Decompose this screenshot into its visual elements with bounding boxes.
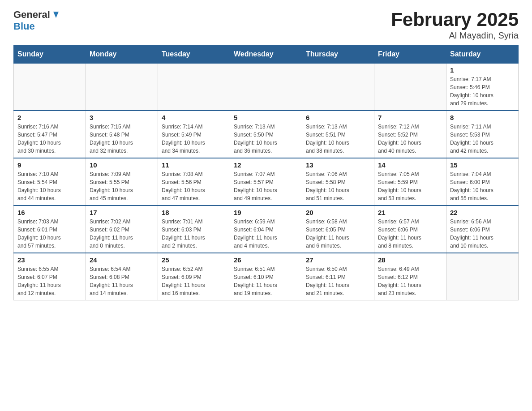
day-info: Sunrise: 7:17 AM Sunset: 5:46 PM Dayligh… — [450, 75, 515, 107]
calendar-week-5: 23Sunrise: 6:55 AM Sunset: 6:07 PM Dayli… — [14, 253, 519, 300]
day-info: Sunrise: 7:11 AM Sunset: 5:53 PM Dayligh… — [450, 123, 515, 155]
calendar-table: SundayMondayTuesdayWednesdayThursdayFrid… — [13, 45, 519, 300]
day-info: Sunrise: 7:06 AM Sunset: 5:58 PM Dayligh… — [306, 170, 370, 202]
svg-marker-0 — [53, 12, 59, 18]
day-info: Sunrise: 7:01 AM Sunset: 6:03 PM Dayligh… — [162, 218, 226, 250]
calendar-cell: 21Sunrise: 6:57 AM Sunset: 6:06 PM Dayli… — [374, 206, 446, 253]
day-number: 10 — [90, 161, 154, 169]
day-header-sunday: Sunday — [14, 46, 86, 64]
page-header: General Blue February 2025 Al Mayadin, S… — [13, 9, 519, 41]
day-info: Sunrise: 6:57 AM Sunset: 6:06 PM Dayligh… — [378, 218, 442, 250]
calendar-cell: 4Sunrise: 7:14 AM Sunset: 5:49 PM Daylig… — [158, 111, 230, 158]
day-number: 2 — [17, 114, 82, 121]
calendar-cell — [446, 253, 519, 300]
day-info: Sunrise: 7:12 AM Sunset: 5:52 PM Dayligh… — [378, 123, 442, 155]
calendar-cell: 2Sunrise: 7:16 AM Sunset: 5:47 PM Daylig… — [14, 111, 86, 158]
calendar-cell: 1Sunrise: 7:17 AM Sunset: 5:46 PM Daylig… — [446, 63, 519, 111]
logo-general-text: General — [13, 9, 50, 21]
day-number: 11 — [162, 161, 226, 169]
day-number: 3 — [90, 114, 154, 121]
calendar-cell: 13Sunrise: 7:06 AM Sunset: 5:58 PM Dayli… — [302, 158, 374, 206]
day-number: 7 — [378, 114, 442, 121]
day-number: 19 — [234, 209, 298, 216]
days-of-week-row: SundayMondayTuesdayWednesdayThursdayFrid… — [14, 46, 519, 64]
day-number: 25 — [162, 256, 226, 264]
calendar-cell: 6Sunrise: 7:13 AM Sunset: 5:51 PM Daylig… — [302, 111, 374, 158]
calendar-cell: 19Sunrise: 6:59 AM Sunset: 6:04 PM Dayli… — [230, 206, 302, 253]
day-header-monday: Monday — [86, 46, 158, 64]
day-number: 9 — [17, 161, 82, 169]
calendar-cell: 26Sunrise: 6:51 AM Sunset: 6:10 PM Dayli… — [230, 253, 302, 300]
day-info: Sunrise: 7:10 AM Sunset: 5:54 PM Dayligh… — [17, 170, 82, 202]
calendar-cell — [374, 63, 446, 111]
calendar-subtitle: Al Mayadin, Syria — [391, 30, 519, 41]
day-info: Sunrise: 6:54 AM Sunset: 6:08 PM Dayligh… — [90, 265, 154, 297]
day-number: 24 — [90, 256, 154, 264]
calendar-cell: 25Sunrise: 6:52 AM Sunset: 6:09 PM Dayli… — [158, 253, 230, 300]
calendar-cell — [302, 63, 374, 111]
day-number: 1 — [450, 66, 515, 74]
day-info: Sunrise: 6:55 AM Sunset: 6:07 PM Dayligh… — [17, 265, 82, 297]
calendar-week-2: 2Sunrise: 7:16 AM Sunset: 5:47 PM Daylig… — [14, 111, 519, 158]
day-info: Sunrise: 7:05 AM Sunset: 5:59 PM Dayligh… — [378, 170, 442, 202]
day-info: Sunrise: 7:07 AM Sunset: 5:57 PM Dayligh… — [234, 170, 298, 202]
day-info: Sunrise: 7:13 AM Sunset: 5:50 PM Dayligh… — [234, 123, 298, 155]
calendar-cell: 3Sunrise: 7:15 AM Sunset: 5:48 PM Daylig… — [86, 111, 158, 158]
day-number: 15 — [450, 161, 515, 169]
calendar-header: SundayMondayTuesdayWednesdayThursdayFrid… — [14, 46, 519, 64]
calendar-cell: 10Sunrise: 7:09 AM Sunset: 5:55 PM Dayli… — [86, 158, 158, 206]
calendar-week-1: 1Sunrise: 7:17 AM Sunset: 5:46 PM Daylig… — [14, 63, 519, 111]
calendar-cell: 16Sunrise: 7:03 AM Sunset: 6:01 PM Dayli… — [14, 206, 86, 253]
calendar-week-4: 16Sunrise: 7:03 AM Sunset: 6:01 PM Dayli… — [14, 206, 519, 253]
calendar-cell: 17Sunrise: 7:02 AM Sunset: 6:02 PM Dayli… — [86, 206, 158, 253]
day-info: Sunrise: 6:59 AM Sunset: 6:04 PM Dayligh… — [234, 218, 298, 250]
day-number: 5 — [234, 114, 298, 121]
calendar-cell — [14, 63, 86, 111]
calendar-cell: 7Sunrise: 7:12 AM Sunset: 5:52 PM Daylig… — [374, 111, 446, 158]
day-info: Sunrise: 7:08 AM Sunset: 5:56 PM Dayligh… — [162, 170, 226, 202]
day-header-tuesday: Tuesday — [158, 46, 230, 64]
day-info: Sunrise: 6:52 AM Sunset: 6:09 PM Dayligh… — [162, 265, 226, 297]
day-info: Sunrise: 7:15 AM Sunset: 5:48 PM Dayligh… — [90, 123, 154, 155]
day-number: 21 — [378, 209, 442, 216]
day-header-saturday: Saturday — [446, 46, 519, 64]
day-info: Sunrise: 6:51 AM Sunset: 6:10 PM Dayligh… — [234, 265, 298, 297]
calendar-cell: 22Sunrise: 6:56 AM Sunset: 6:06 PM Dayli… — [446, 206, 519, 253]
day-info: Sunrise: 6:50 AM Sunset: 6:11 PM Dayligh… — [306, 265, 370, 297]
calendar-body: 1Sunrise: 7:17 AM Sunset: 5:46 PM Daylig… — [14, 63, 519, 300]
day-info: Sunrise: 6:49 AM Sunset: 6:12 PM Dayligh… — [378, 265, 442, 297]
day-info: Sunrise: 7:14 AM Sunset: 5:49 PM Dayligh… — [162, 123, 226, 155]
day-number: 28 — [378, 256, 442, 264]
logo-triangle-icon — [51, 10, 61, 20]
day-number: 12 — [234, 161, 298, 169]
calendar-cell: 18Sunrise: 7:01 AM Sunset: 6:03 PM Dayli… — [158, 206, 230, 253]
calendar-cell: 28Sunrise: 6:49 AM Sunset: 6:12 PM Dayli… — [374, 253, 446, 300]
day-number: 27 — [306, 256, 370, 264]
calendar-cell: 9Sunrise: 7:10 AM Sunset: 5:54 PM Daylig… — [14, 158, 86, 206]
calendar-cell: 14Sunrise: 7:05 AM Sunset: 5:59 PM Dayli… — [374, 158, 446, 206]
calendar-cell: 5Sunrise: 7:13 AM Sunset: 5:50 PM Daylig… — [230, 111, 302, 158]
calendar-cell: 20Sunrise: 6:58 AM Sunset: 6:05 PM Dayli… — [302, 206, 374, 253]
day-number: 17 — [90, 209, 154, 216]
calendar-cell: 12Sunrise: 7:07 AM Sunset: 5:57 PM Dayli… — [230, 158, 302, 206]
day-number: 6 — [306, 114, 370, 121]
day-info: Sunrise: 7:02 AM Sunset: 6:02 PM Dayligh… — [90, 218, 154, 250]
day-info: Sunrise: 7:03 AM Sunset: 6:01 PM Dayligh… — [17, 218, 82, 250]
day-number: 8 — [450, 114, 515, 121]
calendar-cell: 27Sunrise: 6:50 AM Sunset: 6:11 PM Dayli… — [302, 253, 374, 300]
day-number: 20 — [306, 209, 370, 216]
calendar-cell — [86, 63, 158, 111]
calendar-cell: 23Sunrise: 6:55 AM Sunset: 6:07 PM Dayli… — [14, 253, 86, 300]
day-number: 22 — [450, 209, 515, 216]
day-header-wednesday: Wednesday — [230, 46, 302, 64]
day-number: 18 — [162, 209, 226, 216]
day-info: Sunrise: 7:09 AM Sunset: 5:55 PM Dayligh… — [90, 170, 154, 202]
day-number: 16 — [17, 209, 82, 216]
calendar-title-block: February 2025 Al Mayadin, Syria — [391, 9, 519, 41]
day-header-thursday: Thursday — [302, 46, 374, 64]
day-number: 23 — [17, 256, 82, 264]
logo: General Blue — [13, 9, 61, 32]
day-info: Sunrise: 6:56 AM Sunset: 6:06 PM Dayligh… — [450, 218, 515, 250]
calendar-week-3: 9Sunrise: 7:10 AM Sunset: 5:54 PM Daylig… — [14, 158, 519, 206]
calendar-cell: 8Sunrise: 7:11 AM Sunset: 5:53 PM Daylig… — [446, 111, 519, 158]
